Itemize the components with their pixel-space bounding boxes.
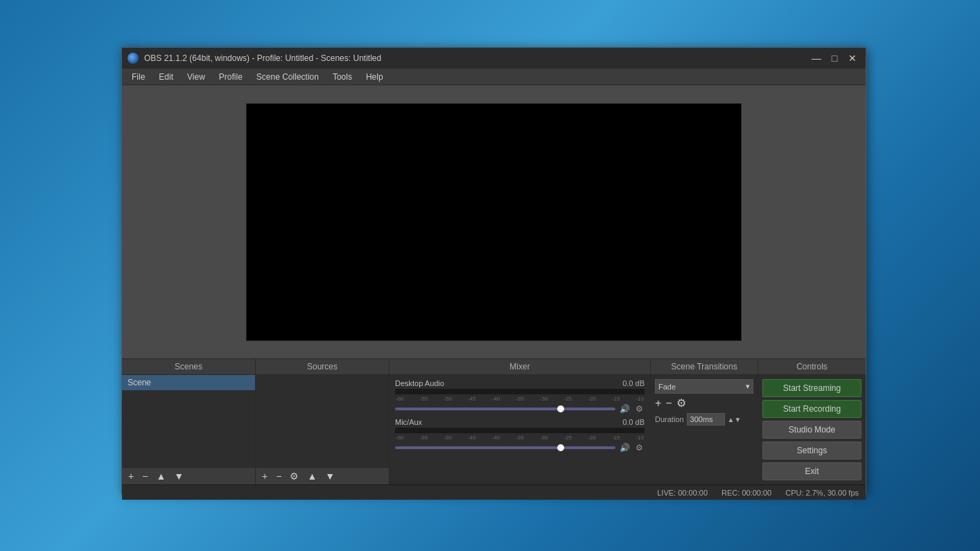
- scenes-panel-header: Scenes: [122, 359, 255, 375]
- desktop-audio-thumb: [557, 405, 564, 412]
- exit-button[interactable]: Exit: [762, 462, 861, 480]
- desktop-audio-header: Desktop Audio 0.0 dB: [395, 379, 645, 387]
- scenes-toolbar: + − ▲ ▼: [122, 467, 255, 484]
- studio-mode-button[interactable]: Studio Mode: [762, 421, 861, 439]
- sources-panel-content: [256, 375, 389, 467]
- mic-aux-settings[interactable]: ⚙: [634, 443, 645, 453]
- mic-aux-db: 0.0 dB: [622, 418, 645, 426]
- mic-aux-thumb: [557, 444, 564, 451]
- rec-label: REC:: [721, 489, 740, 497]
- transitions-panel-content: Fade ▾ + − ⚙ Duration ▲▼: [651, 375, 758, 484]
- controls-panel: Controls Start Streaming Start Recording…: [758, 359, 866, 484]
- obs-window: OBS 21.1.2 (64bit, windows) - Profile: U…: [121, 47, 866, 494]
- title-bar: OBS 21.1.2 (64bit, windows) - Profile: U…: [122, 48, 866, 69]
- mic-aux-controls: 🔊 ⚙: [395, 443, 645, 453]
- scene-item[interactable]: Scene: [122, 375, 255, 390]
- start-recording-button[interactable]: Start Recording: [762, 400, 861, 418]
- transition-settings-button[interactable]: ⚙: [676, 398, 686, 409]
- scenes-panel: Scenes Scene + − ▲ ▼: [122, 359, 256, 484]
- cpu-status: CPU: 2.7%, 30.00 fps: [785, 489, 859, 497]
- duration-spinners[interactable]: ▲▼: [728, 416, 742, 423]
- transition-toolbar: + − ⚙: [655, 398, 753, 409]
- mic-aux-name: Mic/Aux: [395, 418, 422, 426]
- menu-help[interactable]: Help: [359, 71, 390, 83]
- window-title: OBS 21.1.2 (64bit, windows) - Profile: U…: [144, 53, 381, 63]
- desktop-audio-settings[interactable]: ⚙: [634, 404, 645, 414]
- sources-panel: Sources + − ⚙ ▲ ▼: [256, 359, 390, 484]
- desktop-audio-name: Desktop Audio: [395, 379, 444, 387]
- source-settings-button[interactable]: ⚙: [288, 471, 301, 482]
- preview-area: [122, 85, 866, 358]
- mic-aux-scale: -60-55-50-45-40-35-30-25-20-15-10: [395, 435, 645, 441]
- menu-scene-collection[interactable]: Scene Collection: [250, 71, 326, 83]
- transition-selected-value: Fade: [658, 383, 676, 391]
- menu-bar: File Edit View Profile Scene Collection …: [122, 69, 866, 85]
- menu-tools[interactable]: Tools: [326, 71, 359, 83]
- scene-up-button[interactable]: ▲: [154, 471, 168, 482]
- source-down-button[interactable]: ▼: [323, 471, 337, 482]
- rec-status: REC: 00:00:00: [721, 489, 771, 497]
- desktop-audio-db: 0.0 dB: [622, 379, 645, 387]
- mic-aux-track: Mic/Aux 0.0 dB -60-55-50-45-40-35-30-25-…: [395, 418, 645, 453]
- live-status: LIVE: 00:00:00: [657, 489, 708, 497]
- desktop-audio-slider[interactable]: [395, 408, 615, 410]
- desktop: OBS 21.1.2 (64bit, windows) - Profile: U…: [0, 0, 980, 551]
- maximize-button[interactable]: □: [827, 51, 842, 66]
- panels-row: Scenes Scene + − ▲ ▼ Sources: [122, 358, 866, 484]
- duration-input[interactable]: [687, 413, 725, 426]
- mic-aux-meter: [395, 428, 645, 433]
- transitions-panel-header: Scene Transitions: [651, 359, 758, 375]
- live-time: 00:00:00: [678, 489, 708, 497]
- desktop-audio-mute[interactable]: 🔊: [618, 404, 631, 414]
- bottom-section: Scenes Scene + − ▲ ▼ Sources: [122, 358, 866, 493]
- menu-file[interactable]: File: [125, 71, 152, 83]
- mixer-panel-content: Desktop Audio 0.0 dB -60-55-50-45-40-35-…: [390, 375, 650, 484]
- status-bar: LIVE: 00:00:00 REC: 00:00:00 CPU: 2.7%, …: [122, 484, 866, 500]
- transitions-panel: Scene Transitions Fade ▾ + − ⚙ Duration: [651, 359, 758, 484]
- scenes-panel-content: Scene: [122, 375, 255, 467]
- sources-panel-header: Sources: [256, 359, 389, 375]
- scene-remove-button[interactable]: −: [140, 471, 150, 482]
- title-bar-left: OBS 21.1.2 (64bit, windows) - Profile: U…: [128, 53, 381, 64]
- source-remove-button[interactable]: −: [274, 471, 283, 482]
- mic-aux-mute[interactable]: 🔊: [618, 443, 631, 453]
- controls-panel-header: Controls: [758, 359, 866, 375]
- live-label: LIVE:: [657, 489, 676, 497]
- obs-logo-icon: [128, 53, 139, 64]
- scene-down-button[interactable]: ▼: [172, 471, 186, 482]
- close-button[interactable]: ✕: [845, 51, 860, 66]
- menu-view[interactable]: View: [180, 71, 212, 83]
- desktop-audio-meter: [395, 389, 645, 394]
- transition-remove-button[interactable]: −: [665, 398, 672, 409]
- mic-aux-header: Mic/Aux 0.0 dB: [395, 418, 645, 426]
- desktop-audio-track: Desktop Audio 0.0 dB -60-55-50-45-40-35-…: [395, 379, 645, 414]
- duration-row: Duration ▲▼: [655, 413, 753, 426]
- transition-chevron-icon: ▾: [746, 382, 750, 391]
- title-bar-controls: — □ ✕: [809, 51, 860, 66]
- controls-panel-content: Start Streaming Start Recording Studio M…: [758, 375, 866, 484]
- menu-edit[interactable]: Edit: [152, 71, 180, 83]
- source-up-button[interactable]: ▲: [305, 471, 319, 482]
- duration-label: Duration: [655, 415, 684, 423]
- menu-profile[interactable]: Profile: [212, 71, 250, 83]
- desktop-audio-controls: 🔊 ⚙: [395, 404, 645, 414]
- transition-select[interactable]: Fade ▾: [655, 379, 753, 394]
- transition-add-button[interactable]: +: [655, 398, 661, 409]
- mixer-panel-header: Mixer: [390, 359, 650, 375]
- rec-time: 00:00:00: [742, 489, 771, 497]
- source-add-button[interactable]: +: [260, 471, 270, 482]
- preview-canvas: [246, 103, 742, 341]
- settings-button[interactable]: Settings: [762, 441, 861, 460]
- desktop-audio-scale: -60-55-50-45-40-35-30-25-20-15-10: [395, 396, 645, 402]
- sources-toolbar: + − ⚙ ▲ ▼: [256, 467, 389, 484]
- minimize-button[interactable]: —: [809, 51, 824, 66]
- start-streaming-button[interactable]: Start Streaming: [762, 379, 861, 397]
- mic-aux-slider[interactable]: [395, 446, 615, 449]
- scene-add-button[interactable]: +: [126, 471, 136, 482]
- mixer-panel: Mixer Desktop Audio 0.0 dB: [390, 359, 651, 484]
